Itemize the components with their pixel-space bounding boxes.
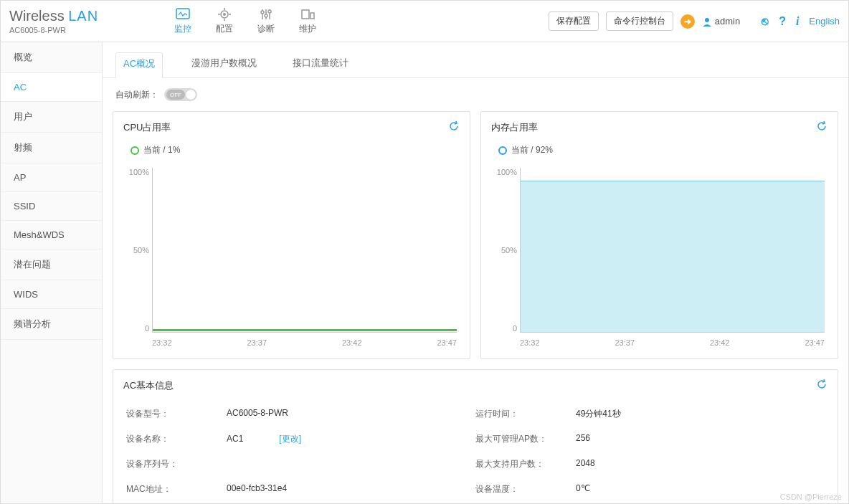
logout-icon[interactable]: ⎋ bbox=[762, 15, 769, 28]
topnav-monitor[interactable]: 监控 bbox=[174, 7, 191, 35]
sidebar-item-mesh[interactable]: Mesh&WDS bbox=[1, 221, 102, 249]
xtick: 23:47 bbox=[805, 338, 825, 347]
topnav-diagnose[interactable]: 诊断 bbox=[257, 7, 275, 35]
maxuser-label: 最大支持用户数： bbox=[475, 458, 576, 470]
alert-icon[interactable]: ➜ bbox=[680, 14, 695, 29]
cpu-legend-marker bbox=[131, 146, 139, 155]
xtick: 23:42 bbox=[342, 338, 362, 347]
info-title: AC基本信息 bbox=[123, 379, 174, 392]
help-icon[interactable]: ? bbox=[779, 15, 786, 28]
xtick: 23:37 bbox=[247, 338, 267, 347]
sn-label: 设备序列号： bbox=[126, 458, 227, 470]
sidebar-item-radio[interactable]: 射频 bbox=[1, 133, 102, 163]
top-nav: 监控 配置 诊断 维护 bbox=[174, 7, 316, 35]
sidebar-item-wids[interactable]: WIDS bbox=[1, 280, 102, 309]
topnav-config-label: 配置 bbox=[216, 23, 233, 35]
mem-panel: 内存占用率 当前 / 92% 100% 50% 0 bbox=[480, 111, 838, 359]
ytick: 100% bbox=[123, 168, 149, 176]
mem-series-area bbox=[521, 181, 825, 332]
svg-point-10 bbox=[261, 11, 264, 14]
sn-value bbox=[227, 458, 475, 470]
ytick: 0 bbox=[123, 324, 149, 333]
change-name-link[interactable]: [更改] bbox=[279, 434, 301, 444]
mem-legend-marker bbox=[498, 146, 507, 155]
svg-point-15 bbox=[705, 18, 709, 22]
temp-label: 设备温度： bbox=[475, 483, 576, 495]
sidebar-item-ssid[interactable]: SSID bbox=[1, 192, 102, 221]
uptime-value: 49分钟41秒 bbox=[576, 408, 825, 420]
user-menu[interactable]: admin bbox=[702, 16, 740, 27]
xtick: 23:47 bbox=[437, 338, 457, 347]
toggle-knob bbox=[186, 90, 196, 100]
svg-rect-13 bbox=[302, 10, 309, 19]
svg-rect-14 bbox=[310, 13, 314, 19]
svg-point-2 bbox=[223, 13, 226, 16]
name-value: AC1 bbox=[227, 434, 243, 444]
sidebar-item-ac[interactable]: AC bbox=[1, 73, 102, 102]
device-model: AC6005-8-PWR bbox=[9, 26, 103, 34]
main-content: AC概况 漫游用户数概况 接口流量统计 自动刷新： OFF CPU占用率 bbox=[103, 42, 848, 503]
ytick: 100% bbox=[491, 168, 517, 176]
maxap-label: 最大可管理AP数： bbox=[475, 433, 576, 445]
monitor-icon bbox=[175, 7, 191, 22]
sliders-icon bbox=[258, 7, 274, 22]
model-value: AC6005-8-PWR bbox=[227, 408, 475, 420]
brand: Wireless LAN AC6005-8-PWR bbox=[9, 8, 103, 34]
cpu-series-line bbox=[153, 329, 457, 331]
tab-interface-traffic[interactable]: 接口流量统计 bbox=[285, 52, 356, 77]
sidebar-item-overview[interactable]: 概览 bbox=[1, 42, 102, 73]
refresh-icon[interactable] bbox=[816, 379, 827, 392]
name-value-cell: AC1[更改] bbox=[227, 433, 475, 445]
refresh-icon[interactable] bbox=[816, 120, 827, 134]
cli-button[interactable]: 命令行控制台 bbox=[606, 11, 673, 31]
tabs: AC概况 漫游用户数概况 接口流量统计 bbox=[103, 42, 848, 78]
cpu-legend: 当前 / 1% bbox=[143, 144, 180, 156]
tab-ac-overview[interactable]: AC概况 bbox=[115, 52, 163, 78]
ac-info-panel: AC基本信息 设备型号： AC6005-8-PWR 运行时间： 49分钟41秒 … bbox=[113, 369, 838, 503]
xtick: 23:37 bbox=[615, 338, 635, 347]
sidebar: 概览 AC 用户 射频 AP SSID Mesh&WDS 潜在问题 WIDS 频… bbox=[1, 42, 103, 503]
ytick: 0 bbox=[491, 324, 517, 333]
user-name: admin bbox=[715, 16, 740, 27]
save-config-button[interactable]: 保存配置 bbox=[549, 11, 599, 31]
cpu-title: CPU占用率 bbox=[123, 121, 171, 134]
xtick: 23:32 bbox=[152, 338, 172, 347]
mac-label: MAC地址： bbox=[126, 483, 227, 495]
language-switch[interactable]: English bbox=[809, 16, 840, 27]
xtick: 23:42 bbox=[710, 338, 730, 347]
topnav-config[interactable]: 配置 bbox=[216, 7, 233, 35]
mem-legend: 当前 / 92% bbox=[511, 144, 553, 156]
sidebar-item-user[interactable]: 用户 bbox=[1, 102, 102, 133]
ytick: 50% bbox=[491, 246, 517, 255]
sidebar-item-issues[interactable]: 潜在问题 bbox=[1, 249, 102, 280]
uptime-label: 运行时间： bbox=[475, 408, 576, 420]
mac-value: 00e0-fcb3-31e4 bbox=[227, 483, 475, 495]
ytick: 50% bbox=[123, 246, 149, 255]
model-label: 设备型号： bbox=[126, 408, 227, 420]
cpu-chart: 100% 50% 0 23:32 23:37 23:42 23:47 bbox=[123, 163, 460, 350]
info-icon[interactable]: i bbox=[796, 15, 799, 28]
sidebar-item-ap[interactable]: AP bbox=[1, 163, 102, 192]
tab-roaming[interactable]: 漫游用户数概况 bbox=[184, 52, 264, 77]
topnav-monitor-label: 监控 bbox=[174, 23, 191, 35]
brand-word2: LAN bbox=[68, 8, 98, 24]
brand-word1: Wireless bbox=[9, 8, 65, 24]
svg-rect-0 bbox=[176, 9, 189, 19]
topnav-maintain[interactable]: 维护 bbox=[299, 7, 316, 35]
svg-point-11 bbox=[265, 14, 267, 17]
maxuser-value: 2048 bbox=[576, 458, 825, 470]
auto-refresh-toggle[interactable]: OFF bbox=[164, 88, 197, 101]
refresh-icon[interactable] bbox=[448, 120, 460, 134]
gear-icon bbox=[217, 7, 232, 22]
sidebar-item-spectrum[interactable]: 频谱分析 bbox=[1, 309, 102, 340]
topnav-diagnose-label: 诊断 bbox=[257, 23, 275, 35]
mem-chart: 100% 50% 0 23:32 23:37 23:42 23:47 bbox=[491, 163, 827, 350]
user-icon bbox=[702, 16, 712, 27]
maintain-icon bbox=[300, 7, 316, 22]
xtick: 23:32 bbox=[520, 338, 540, 347]
watermark: CSDN @Pierreze bbox=[780, 493, 842, 501]
auto-refresh-label: 自动刷新： bbox=[115, 89, 158, 101]
svg-point-12 bbox=[268, 10, 271, 13]
maxap-value: 256 bbox=[576, 433, 825, 445]
topnav-maintain-label: 维护 bbox=[299, 23, 316, 35]
